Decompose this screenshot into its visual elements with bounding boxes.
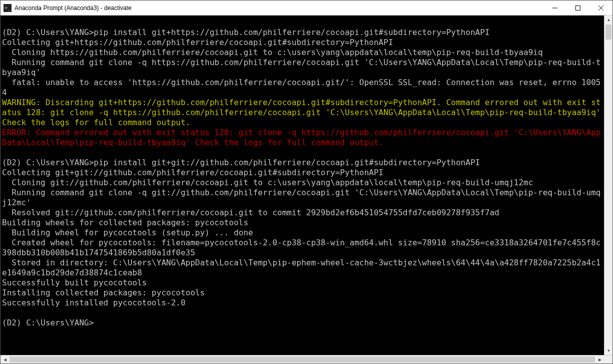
vertical-scrollbar[interactable]: ▲ ▼	[604, 16, 612, 355]
terminal-line: Stored in directory: C:\Users\YANG\AppDa…	[2, 258, 600, 277]
terminal-line: Running command git clone -q https://git…	[2, 58, 600, 77]
terminal-line: ERROR: Command errored out with exit sta…	[2, 128, 600, 147]
terminal-line: (D2) C:\Users\YANG>	[2, 318, 94, 327]
terminal-line: WARNING: Discarding git+https://github.c…	[2, 98, 604, 127]
scrollbar-corner	[604, 355, 612, 363]
scroll-down-icon[interactable]: ▼	[604, 346, 612, 355]
scroll-right-icon[interactable]: ▶	[595, 355, 604, 363]
scroll-thumb-vertical[interactable]	[605, 25, 611, 40]
terminal-line: Installing collected packages: pycocotoo…	[2, 288, 205, 297]
terminal-line: (D2) C:\Users\YANG>pip install git+https…	[2, 28, 490, 37]
titlebar[interactable]: >_ Anaconda Prompt (Anaconda3) - deactiv…	[1, 1, 612, 16]
terminal[interactable]: (D2) C:\Users\YANG>pip install git+https…	[1, 16, 604, 355]
app-icon: >_	[4, 4, 12, 12]
terminal-line: (D2) C:\Users\YANG>pip install git+git:/…	[2, 158, 480, 167]
window-frame: >_ Anaconda Prompt (Anaconda3) - deactiv…	[0, 0, 613, 364]
window-controls	[543, 1, 612, 15]
terminal-line: Cloning https://github.com/philferriere/…	[2, 48, 543, 57]
terminal-wrap: (D2) C:\Users\YANG>pip install git+https…	[1, 16, 612, 363]
terminal-line: Resolved git://github.com/philferriere/c…	[2, 208, 499, 217]
terminal-line: Running command git clone -q git://githu…	[2, 188, 600, 207]
svg-rect-1	[576, 6, 580, 10]
terminal-output: (D2) C:\Users\YANG>pip install git+https…	[2, 18, 602, 328]
close-button[interactable]	[589, 1, 612, 15]
terminal-line: Cloning git://github.com/philferriere/co…	[2, 178, 533, 187]
scroll-thumb-horizontal[interactable]	[10, 356, 595, 362]
terminal-line: Building wheel for pycocotools (setup.py…	[2, 228, 253, 237]
terminal-line: Collecting git+git://github.com/philferr…	[2, 168, 383, 177]
terminal-line: Successfully built pycocotools	[2, 278, 147, 287]
terminal-line: fatal: unable to access 'https://github.…	[2, 78, 600, 97]
scroll-up-icon[interactable]: ▲	[604, 16, 612, 24]
terminal-line: Collecting git+https://github.com/philfe…	[2, 38, 393, 47]
terminal-line: Created wheel for pycocotools: filename=…	[2, 238, 600, 257]
window-title: Anaconda Prompt (Anaconda3) - deactivate	[15, 5, 131, 12]
maximize-button[interactable]	[566, 1, 589, 15]
minimize-button[interactable]	[543, 1, 566, 15]
horizontal-scrollbar[interactable]: ◀ ▶	[1, 355, 612, 363]
terminal-line: Successfully installed pycocotools-2.0	[2, 298, 185, 307]
terminal-line: Building wheels for collected packages: …	[2, 218, 248, 227]
scroll-left-icon[interactable]: ◀	[1, 355, 9, 363]
